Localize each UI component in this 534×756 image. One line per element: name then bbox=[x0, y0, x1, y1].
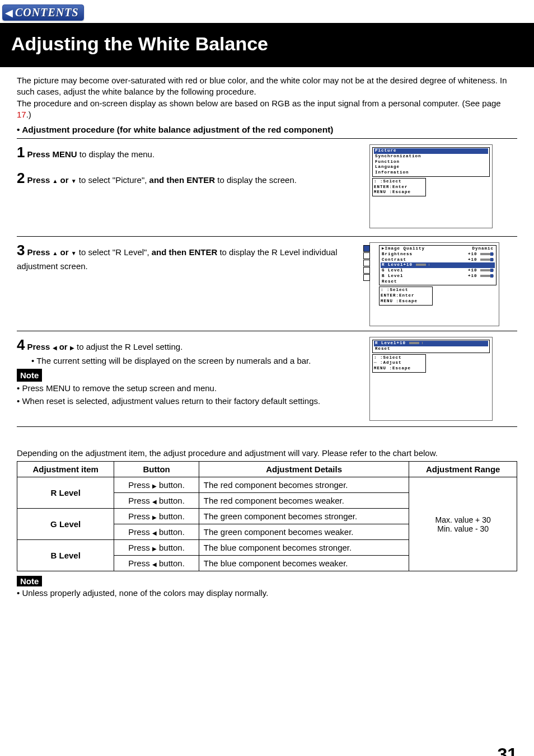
up-triangle-icon bbox=[53, 175, 58, 185]
table-row: R Level Press button. The red component … bbox=[17, 477, 517, 493]
right-triangle-icon bbox=[152, 480, 157, 490]
step-3: 3Press or to select "R Level", and then … bbox=[17, 240, 353, 272]
left-triangle-icon bbox=[152, 527, 157, 537]
table-intro: Depending on the adjustment item, the ad… bbox=[17, 448, 517, 458]
note-label: Note bbox=[17, 576, 42, 586]
contents-button[interactable]: ◀ CONTENTS bbox=[2, 4, 84, 21]
down-triangle-icon bbox=[71, 247, 77, 257]
left-triangle-icon bbox=[152, 558, 157, 568]
range-cell: Max. value + 30Min. value - 30 bbox=[409, 477, 517, 571]
intro-text: The picture may become over-saturated wi… bbox=[17, 75, 517, 120]
note-label: Note bbox=[17, 369, 42, 382]
osd-screenshot-menu: Picture Synchronization Function Languag… bbox=[369, 144, 493, 228]
left-triangle-icon bbox=[53, 342, 57, 351]
title-bar: Adjusting the White Balance bbox=[0, 23, 534, 67]
contents-label: CONTENTS bbox=[15, 6, 79, 19]
page-number: 31 bbox=[17, 744, 517, 756]
right-triangle-icon bbox=[152, 511, 157, 521]
page-ref-link[interactable]: 17 bbox=[17, 110, 26, 119]
page-title: Adjusting the White Balance bbox=[11, 33, 523, 55]
step-block-4: 4Press or to adjust the R Level setting.… bbox=[17, 331, 517, 425]
left-triangle-icon bbox=[152, 496, 157, 505]
step-block-1-2: 1Press MENU to display the menu. 2Press … bbox=[17, 138, 517, 236]
step-block-3: 3Press or to select "R Level", and then … bbox=[17, 236, 517, 331]
right-triangle-icon bbox=[152, 543, 157, 552]
up-triangle-icon bbox=[53, 247, 58, 257]
step-2: 2Press or to select "Picture", and then … bbox=[17, 168, 353, 188]
step-4: 4Press or to adjust the R Level setting. bbox=[17, 335, 353, 355]
step-1: 1Press MENU to display the menu. bbox=[17, 142, 353, 162]
osd-screenshot-picture: ▶Image QualityDynamic Brightness+10 Cont… bbox=[369, 242, 499, 326]
right-triangle-icon bbox=[70, 342, 74, 351]
adjustment-table: Adjustment item Button Adjustment Detail… bbox=[17, 461, 517, 571]
down-triangle-icon bbox=[71, 175, 77, 185]
osd-screenshot-rlevel: R Level+10 Reset ↕ :Select ↔ :Adjust MEN… bbox=[369, 337, 493, 421]
procedure-heading: • Adjustment procedure (for white balanc… bbox=[17, 125, 517, 135]
back-triangle-icon: ◀ bbox=[5, 7, 13, 19]
note-2: • Unless properly adjusted, none of the … bbox=[17, 588, 517, 599]
